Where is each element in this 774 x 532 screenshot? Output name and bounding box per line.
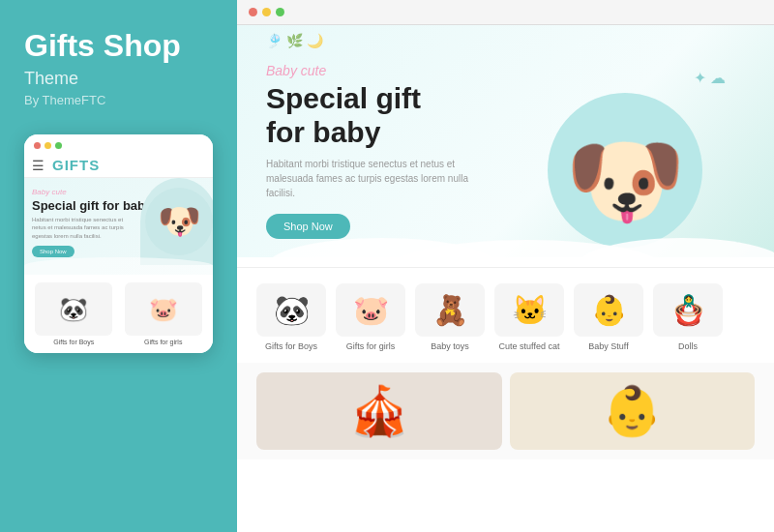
page-title: Special giftfor baby xyxy=(266,82,506,149)
category-label-toys: Baby toys xyxy=(431,341,469,351)
categories-section: 🐼 Gifts for Boys 🐷 Gifts for girls 🧸 Bab… xyxy=(237,268,774,363)
categories-grid: 🐼 Gifts for Boys 🐷 Gifts for girls 🧸 Bab… xyxy=(256,283,755,351)
browser-dot-green xyxy=(276,8,284,16)
list-item[interactable]: 🪆 Dolls xyxy=(653,283,723,351)
category-label-dolls: Dolls xyxy=(678,341,698,351)
hero-content: Baby cute Special giftfor baby Habitant … xyxy=(266,63,506,239)
mobile-dot-green xyxy=(55,142,62,149)
list-item[interactable]: 🧸 Baby toys xyxy=(415,283,485,351)
mobile-logo: GIFTS xyxy=(52,157,100,173)
category-image-cat: 🐱 xyxy=(494,283,564,337)
bottom-images-section: 🎪 👶 xyxy=(237,363,774,459)
hero-baby-image: 🐶 xyxy=(565,124,686,238)
mobile-product-image-girls: 🐷 xyxy=(125,282,202,336)
list-item[interactable]: 🐼 Gifts for Boys xyxy=(32,282,116,345)
hanging-decoration: 🎐 🌿 🌙 xyxy=(266,33,323,48)
list-item[interactable]: 🐼 Gifts for Boys xyxy=(256,283,326,351)
mobile-hero-desc: Habitant morbi tristique senectus et net… xyxy=(32,216,124,240)
mobile-products-grid: 🐼 Gifts for Boys 🐷 Gifts for girls xyxy=(24,275,213,353)
brand-title: Gifts Shop xyxy=(24,29,181,63)
bottom-image-left: 🎪 xyxy=(256,372,502,450)
list-item[interactable]: 🐱 Cute stuffed cat xyxy=(494,283,564,351)
category-label-stuff: Baby Stuff xyxy=(588,341,628,351)
mobile-dot-yellow xyxy=(45,142,51,149)
browser-dots xyxy=(249,8,284,16)
brand-subtitle: Theme xyxy=(24,69,78,89)
category-label-boys: Gifts for Boys xyxy=(265,341,317,351)
category-image-girls: 🐷 xyxy=(336,283,405,337)
hamburger-icon: ☰ xyxy=(32,158,45,173)
category-image-dolls: 🪆 xyxy=(653,283,723,337)
category-label-cat: Cute stuffed cat xyxy=(499,341,560,351)
mobile-shop-now-button[interactable]: Shop Now xyxy=(32,246,74,257)
hero-description: Habitant morbi tristique senectus et net… xyxy=(266,157,479,200)
mobile-hero-image: 🐶 xyxy=(140,178,213,265)
category-label-girls: Gifts for girls xyxy=(346,341,396,351)
right-panel: 🎐 🌿 🌙 Baby cute Special giftfor baby Hab… xyxy=(237,0,774,532)
bottom-image-right: 👶 xyxy=(510,372,756,450)
mobile-product-label-boys: Gifts for Boys xyxy=(53,339,94,345)
hero-image-area: 🐶 ✦ ☁ xyxy=(506,54,746,248)
brand-author: By ThemeFTC xyxy=(24,93,105,107)
category-image-boys: 🐼 xyxy=(256,283,326,337)
list-item[interactable]: 🐷 Gifts for girls xyxy=(336,283,405,351)
mobile-product-image-boys: 🐼 xyxy=(35,282,112,336)
baby-emoji-mobile: 🐶 xyxy=(145,188,213,255)
category-image-toys: 🧸 xyxy=(415,283,485,337)
mobile-hero: Baby cute Special gift for baby Habitant… xyxy=(24,178,213,275)
browser-dot-yellow xyxy=(262,8,271,16)
category-image-stuff: 👶 xyxy=(574,283,643,337)
mobile-product-label-girls: Gifts for girls xyxy=(144,339,182,345)
hero-section: 🎐 🌿 🌙 Baby cute Special giftfor baby Hab… xyxy=(237,25,774,267)
left-panel: Gifts Shop Theme By ThemeFTC ☰ GIFTS Bab… xyxy=(0,0,237,532)
shop-now-button[interactable]: Shop Now xyxy=(266,214,350,239)
list-item[interactable]: 👶 Baby Stuff xyxy=(574,283,643,351)
desktop-site: 🎐 🌿 🌙 Baby cute Special giftfor baby Hab… xyxy=(237,25,774,532)
browser-dot-red xyxy=(249,8,257,16)
mobile-dot-red xyxy=(34,142,41,149)
mobile-nav: ☰ GIFTS xyxy=(24,153,213,178)
mobile-cloud-decoration xyxy=(24,257,213,275)
mobile-top-bar xyxy=(24,134,213,153)
svg-rect-3 xyxy=(237,257,774,267)
hero-tag: Baby cute xyxy=(266,63,506,78)
mobile-mockup: ☰ GIFTS Baby cute Special gift for baby … xyxy=(24,134,213,353)
list-item[interactable]: 🐷 Gifts for girls xyxy=(122,282,206,345)
browser-chrome xyxy=(237,0,774,25)
star-decoration: ✦ ☁ xyxy=(694,69,726,87)
